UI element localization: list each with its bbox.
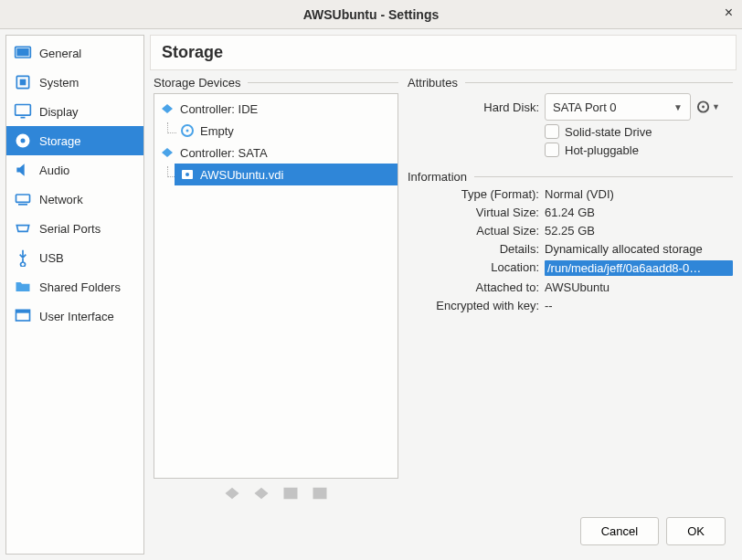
- storage-tree[interactable]: Controller: IDE Empty Controller: SATA: [154, 93, 398, 479]
- info-row-type: Type (Format): Normal (VDI): [408, 187, 733, 201]
- information-header: Information: [408, 170, 733, 184]
- sidebar-item-audio[interactable]: Audio: [6, 155, 143, 185]
- controller-sata[interactable]: Controller: SATA: [154, 142, 398, 164]
- hotplug-label: Hot-pluggable: [565, 143, 639, 157]
- main-panel: Storage Storage Devices Controller: IDE: [150, 35, 737, 555]
- sidebar-item-label: Serial Ports: [39, 222, 101, 236]
- cancel-button[interactable]: Cancel: [580, 517, 659, 545]
- svg-point-7: [21, 139, 26, 143]
- page-title: Storage: [150, 35, 737, 70]
- controller-icon: [160, 101, 175, 116]
- info-key: Location:: [408, 260, 539, 274]
- remove-controller-icon[interactable]: [252, 484, 270, 502]
- disk-chooser-button[interactable]: ▼: [696, 95, 720, 119]
- sidebar-item-network[interactable]: Network: [6, 185, 143, 214]
- close-icon[interactable]: ×: [725, 5, 733, 21]
- page-body: Storage Devices Controller: IDE Em: [150, 76, 737, 508]
- info-val-location[interactable]: /run/media/jeff/0a6aadd8-0…: [545, 260, 733, 276]
- serial-icon: [14, 219, 32, 238]
- info-row-details: Details: Dynamically allocated storage: [408, 242, 733, 256]
- storage-devices-header: Storage Devices: [154, 76, 398, 90]
- ide-empty-slot[interactable]: Empty: [175, 120, 239, 142]
- sidebar-item-user-interface[interactable]: User Interface: [6, 301, 143, 331]
- ssd-checkbox-row: Solid-state Drive: [545, 124, 733, 139]
- sidebar-item-serial-ports[interactable]: Serial Ports: [6, 214, 143, 243]
- attributes-header: Attributes: [408, 76, 733, 90]
- sidebar-item-label: General: [39, 47, 81, 60]
- sidebar-item-label: User Interface: [39, 310, 114, 323]
- hotplug-checkbox-row: Hot-pluggable: [545, 143, 733, 157]
- ui-icon: [14, 307, 32, 325]
- sidebar-item-shared-folders[interactable]: Shared Folders: [6, 272, 143, 301]
- storage-toolbar: [154, 479, 398, 508]
- titlebar: AWSUbuntu - Settings ×: [0, 0, 742, 29]
- add-controller-icon[interactable]: [223, 484, 241, 502]
- window-body: General System Display Storage Audio Net…: [0, 29, 742, 560]
- ssd-label: Solid-state Drive: [565, 125, 652, 139]
- info-val: --: [545, 299, 733, 312]
- hotplug-checkbox[interactable]: [545, 143, 559, 157]
- information-section: Information Type (Format): Normal (VDI) …: [408, 164, 733, 317]
- info-val: 52.25 GB: [545, 224, 733, 238]
- controller-icon: [160, 145, 175, 160]
- section-label: Information: [408, 170, 467, 184]
- svg-rect-5: [21, 117, 26, 119]
- svg-rect-4: [16, 105, 31, 116]
- info-key: Actual Size:: [408, 224, 539, 238]
- hard-disk-select[interactable]: SATA Port 0 ▼: [545, 93, 691, 121]
- attributes-column: Attributes Hard Disk: SATA Port 0 ▼ ▼: [408, 76, 733, 508]
- harddisk-icon: [180, 167, 195, 182]
- usb-icon: [14, 248, 32, 267]
- tree-label: Empty: [200, 124, 234, 138]
- empty-disc-icon: [180, 123, 195, 138]
- dialog-footer: Cancel OK: [150, 508, 737, 555]
- svg-rect-1: [16, 48, 28, 56]
- window-title: AWSUbuntu - Settings: [303, 7, 440, 22]
- sidebar-item-usb[interactable]: USB: [6, 243, 143, 272]
- info-val: Dynamically allocated storage: [545, 242, 733, 256]
- tree-label: Controller: IDE: [180, 102, 258, 116]
- ssd-checkbox[interactable]: [545, 124, 559, 139]
- sidebar-item-label: Audio: [39, 164, 69, 177]
- monitor-icon: [14, 44, 32, 62]
- info-key: Type (Format):: [408, 187, 539, 201]
- sidebar-item-storage[interactable]: Storage: [6, 126, 143, 155]
- controller-ide[interactable]: Controller: IDE: [154, 98, 398, 120]
- sidebar-item-label: Network: [39, 193, 83, 206]
- svg-rect-9: [18, 204, 27, 206]
- settings-window: AWSUbuntu - Settings × General System Di…: [0, 0, 742, 560]
- tree-label: AWSUbuntu.vdi: [200, 168, 283, 182]
- disk-icon: [14, 132, 32, 150]
- sidebar-item-general[interactable]: General: [6, 38, 143, 68]
- section-label: Storage Devices: [154, 76, 240, 90]
- info-val: AWSUbuntu: [545, 280, 733, 294]
- sidebar-item-display[interactable]: Display: [6, 97, 143, 126]
- chevron-down-icon: ▼: [712, 102, 720, 111]
- select-value: SATA Port 0: [553, 100, 617, 114]
- sidebar-item-label: Shared Folders: [39, 280, 121, 294]
- display-icon: [14, 102, 32, 121]
- ok-button[interactable]: OK: [666, 517, 726, 545]
- info-key: Virtual Size:: [408, 206, 539, 219]
- sata-disk-awsubuntu[interactable]: AWSUbuntu.vdi: [175, 164, 398, 185]
- sidebar-item-label: Display: [39, 105, 79, 119]
- sidebar-item-label: System: [39, 76, 79, 90]
- speaker-icon: [14, 161, 32, 179]
- sidebar-item-system[interactable]: System: [6, 68, 143, 97]
- info-row-virtual-size: Virtual Size: 61.24 GB: [408, 206, 733, 219]
- add-attachment-icon[interactable]: [281, 484, 300, 502]
- svg-rect-3: [20, 79, 26, 86]
- network-icon: [14, 190, 32, 208]
- sidebar-item-label: Storage: [39, 134, 81, 148]
- divider: [248, 82, 398, 83]
- svg-rect-8: [16, 195, 30, 202]
- remove-attachment-icon[interactable]: [311, 484, 329, 502]
- info-key: Attached to:: [408, 280, 539, 294]
- info-key: Details:: [408, 242, 539, 256]
- svg-rect-16: [284, 488, 298, 500]
- svg-rect-11: [16, 310, 30, 312]
- info-val: Normal (VDI): [545, 187, 733, 201]
- svg-point-15: [186, 173, 189, 176]
- folder-icon: [14, 278, 32, 296]
- disk-small-icon: [696, 100, 710, 114]
